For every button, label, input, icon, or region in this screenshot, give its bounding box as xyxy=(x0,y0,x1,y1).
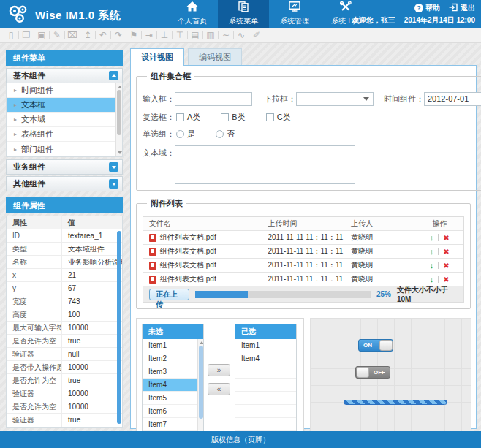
open-folder-icon[interactable]: ❐ xyxy=(20,28,33,42)
radio-icon[interactable] xyxy=(176,130,184,138)
save-icon[interactable]: ▣ xyxy=(35,28,48,42)
dropdown-select[interactable] xyxy=(296,92,374,106)
table-row[interactable]: y67 xyxy=(7,282,122,295)
list-scrollbar[interactable] xyxy=(197,339,203,444)
table-row[interactable]: 宽度743 xyxy=(7,295,122,308)
flag-icon[interactable]: ⚑ xyxy=(127,28,140,42)
list-item[interactable]: Item7 xyxy=(143,418,203,431)
table-row[interactable]: 是否允许为空true xyxy=(7,335,122,348)
table-row[interactable]: 是否带入操作原因10000 xyxy=(7,361,122,374)
move-right-button[interactable]: » xyxy=(208,364,230,376)
logout-link[interactable]: 退出 xyxy=(449,3,475,13)
export-file-icon[interactable]: ▤ xyxy=(189,28,202,42)
textarea-field[interactable] xyxy=(175,145,355,184)
nav-item-system-manage[interactable]: 系统管理 xyxy=(269,0,320,28)
table-row[interactable]: 验证器null xyxy=(7,348,122,361)
download-icon[interactable]: ↓ xyxy=(430,275,434,284)
redo-icon[interactable]: ↷ xyxy=(112,28,125,42)
line-tool-icon[interactable]: ∼ xyxy=(219,28,232,42)
checkbox-option-c[interactable]: C类 xyxy=(266,112,291,123)
move-left-button[interactable]: « xyxy=(208,383,230,395)
delete-icon[interactable]: ⌧ xyxy=(66,28,79,42)
publish-icon[interactable]: ↥ xyxy=(81,28,94,42)
properties-scrollbar[interactable] xyxy=(117,231,121,424)
download-icon[interactable]: ↓ xyxy=(430,261,434,270)
list-item[interactable]: Item2 xyxy=(143,352,203,365)
table-row[interactable]: IDtextarea_1 xyxy=(7,229,122,243)
radio-option-no[interactable]: 否 xyxy=(216,129,235,140)
text-input-field[interactable] xyxy=(175,92,252,106)
nav-item-system-menu[interactable]: 系统菜单 xyxy=(218,0,269,28)
radio-icon[interactable] xyxy=(216,130,224,138)
import-file-icon[interactable]: ▥ xyxy=(204,28,217,42)
indent-icon[interactable]: ⇥ xyxy=(143,28,156,42)
list-item[interactable]: Item4 xyxy=(143,379,203,392)
file-name[interactable]: 组件列表文档.pdf xyxy=(160,260,216,270)
checkbox-option-b[interactable]: B类 xyxy=(221,112,245,123)
file-name[interactable]: 组件列表文档.pdf xyxy=(160,246,216,257)
scroll-up-icon[interactable] xyxy=(200,341,204,344)
help-link[interactable]: ? 帮助 xyxy=(414,3,440,13)
sidebar-item-textarea[interactable]: ▸ 文本域 xyxy=(7,113,122,127)
list-item[interactable]: Item1 xyxy=(143,339,203,352)
table-row[interactable]: x21 xyxy=(7,269,122,282)
table-row[interactable]: 类型文本域组件 xyxy=(7,243,122,256)
nav-item-home[interactable]: 个人首页 xyxy=(167,0,218,28)
table-row[interactable]: 验证器true xyxy=(7,414,122,427)
scroll-down-icon[interactable] xyxy=(118,151,122,154)
list-item[interactable]: Item6 xyxy=(143,405,203,418)
accordion-business-components[interactable]: 业务组件 xyxy=(6,159,123,175)
tab-code-view[interactable]: 编码视图 xyxy=(188,48,242,66)
checkbox-icon[interactable] xyxy=(176,113,184,121)
download-icon[interactable]: ↓ xyxy=(430,247,434,256)
file-name[interactable]: 组件列表文档.pdf xyxy=(160,274,216,284)
accordion-other-components[interactable]: 其他组件 xyxy=(6,176,123,191)
edit-icon[interactable]: ✎ xyxy=(50,28,64,42)
checkbox-option-a[interactable]: A类 xyxy=(176,112,200,123)
table-row[interactable]: 高度100 xyxy=(7,308,122,322)
new-file-icon[interactable]: ▯ xyxy=(4,28,18,42)
toggle-knob[interactable] xyxy=(357,367,369,378)
delete-icon[interactable]: ✖ xyxy=(443,276,449,284)
list-item[interactable]: Item3 xyxy=(143,365,203,379)
scrollbar-thumb[interactable] xyxy=(199,346,203,419)
table-row[interactable]: 是否允许为空10000 xyxy=(7,400,122,414)
align-top-icon[interactable]: ⊤ xyxy=(173,28,186,42)
checkbox-icon[interactable] xyxy=(266,113,274,121)
radio-option-yes[interactable]: 是 xyxy=(176,129,195,140)
expand-icon[interactable] xyxy=(109,162,118,172)
table-row[interactable]: 是否允许为空true xyxy=(7,374,122,387)
tab-design-view[interactable]: 设计视图 xyxy=(130,48,184,66)
file-name[interactable]: 组件列表文档.pdf xyxy=(160,232,216,243)
uploading-button[interactable]: 正在上传 xyxy=(149,289,189,300)
list-item[interactable]: Item5 xyxy=(143,392,203,405)
date-input[interactable]: 2012-07-01 xyxy=(424,92,481,106)
delete-icon[interactable]: ✖ xyxy=(443,234,449,242)
toggle-knob[interactable] xyxy=(379,340,393,351)
undo-icon[interactable]: ↶ xyxy=(96,28,110,42)
sidebar-item-textbox[interactable]: ▸ 文本框 xyxy=(7,98,122,113)
download-icon[interactable]: ↓ xyxy=(430,233,434,242)
table-row[interactable]: 验证器10000 xyxy=(7,387,122,400)
scrollbar-thumb[interactable] xyxy=(117,90,121,135)
off-toggle[interactable]: OFF xyxy=(355,366,390,379)
delete-icon[interactable]: ✖ xyxy=(443,248,449,256)
scroll-up-icon[interactable] xyxy=(118,86,122,88)
table-row[interactable]: 最大可输入字符数10000 xyxy=(7,322,122,335)
list-item[interactable]: Item1 xyxy=(235,339,296,352)
list-item[interactable]: Item4 xyxy=(235,352,296,365)
expand-icon[interactable] xyxy=(109,179,118,189)
sidebar-item-table-component[interactable]: ▸ 表格组件 xyxy=(7,127,122,142)
collapse-icon[interactable] xyxy=(109,71,118,80)
delete-icon[interactable]: ✖ xyxy=(443,262,449,270)
pencil-icon[interactable]: ✐ xyxy=(250,28,263,42)
list-scrollbar[interactable] xyxy=(115,83,122,156)
table-row[interactable]: 名称业务影响分析说明 xyxy=(7,256,122,269)
checkbox-icon[interactable] xyxy=(221,113,229,121)
sidebar-item-time-component[interactable]: ▸ 时间组件 xyxy=(7,83,122,98)
align-bottom-icon[interactable]: ⊥ xyxy=(158,28,171,42)
accordion-basic-components[interactable]: 基本组件 xyxy=(6,68,123,83)
curve-tool-icon[interactable]: ∿ xyxy=(235,28,248,42)
on-toggle[interactable]: ON xyxy=(358,339,393,352)
sidebar-item-dept-component[interactable]: ▸ 部门组件 xyxy=(7,142,122,156)
